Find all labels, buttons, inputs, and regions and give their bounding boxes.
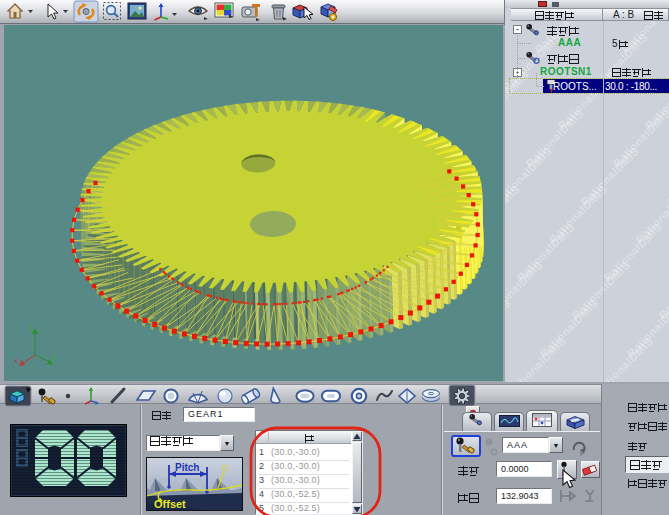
svg-text:x: x — [14, 356, 18, 365]
svg-text:D: D — [222, 463, 229, 473]
svg-text:Offset: Offset — [154, 498, 186, 510]
svg-text:Pitch: Pitch — [175, 462, 199, 473]
svg-text:z: z — [29, 323, 33, 332]
svg-text:y: y — [52, 352, 56, 361]
svg-text:p: p — [580, 447, 585, 456]
